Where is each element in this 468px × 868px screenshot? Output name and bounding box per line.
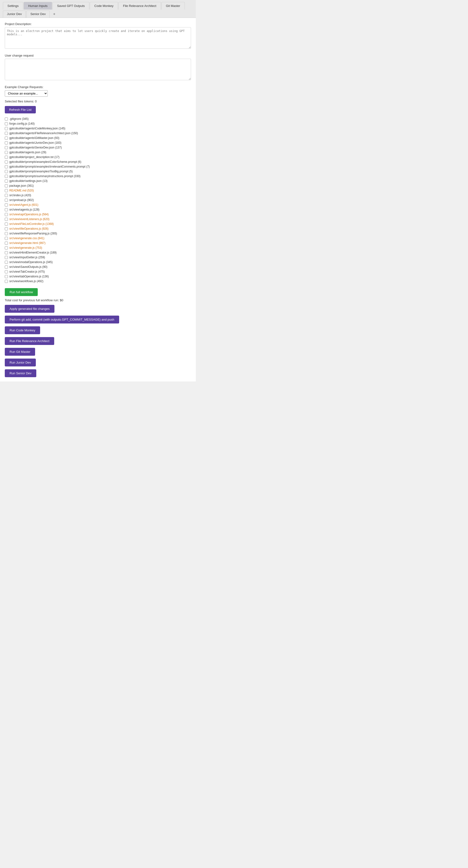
file-checkbox[interactable] — [5, 156, 8, 159]
tab-git-master[interactable]: Git Master — [161, 2, 185, 9]
file-list-item: gptcobuilder\agents\JuniorDev.json (183) — [5, 141, 191, 145]
file-checkbox[interactable] — [5, 127, 8, 130]
file-list-item: src\view\FileListController.js (1368) — [5, 222, 191, 226]
file-checkbox[interactable] — [5, 227, 8, 230]
file-list-item: .gitignore (345) — [5, 117, 191, 121]
file-checkbox[interactable] — [5, 118, 8, 121]
file-name: gptcobuilder\prompts\summaryInstructions… — [9, 174, 81, 178]
file-list-item: gptcobuilder\agents\SeniorDev.json (137) — [5, 145, 191, 150]
file-name: gptcobuilder\prompts\examples\Irrelevant… — [9, 164, 90, 169]
file-checkbox[interactable] — [5, 184, 8, 187]
file-list-item: src\index.js (420) — [5, 193, 191, 197]
file-checkbox[interactable] — [5, 266, 8, 269]
tab-saved-gpt-outputs[interactable]: Saved GPT Outputs — [53, 2, 89, 9]
run-full-workflow-button[interactable]: Run full workflow — [5, 288, 38, 296]
file-name: src\view\agents.js (128) — [9, 208, 39, 212]
file-checkbox[interactable] — [5, 232, 8, 235]
file-checkbox[interactable] — [5, 189, 8, 192]
file-checkbox[interactable] — [5, 208, 8, 211]
tab-code-monkey[interactable]: Code Monkey — [90, 2, 118, 9]
file-name: src\view\apiOperations.js (564) — [9, 212, 49, 217]
tab-add-button[interactable]: + — [50, 10, 58, 18]
file-list-item: src\view\generate.css (841) — [5, 236, 191, 240]
file-checkbox[interactable] — [5, 170, 8, 173]
file-list: .gitignore (345)forge.config.js (140)gpt… — [5, 117, 191, 283]
file-checkbox[interactable] — [5, 175, 8, 178]
file-name: gptcobuilder\prompts\examples\TooBig.pro… — [9, 169, 72, 174]
file-checkbox[interactable] — [5, 132, 8, 135]
file-checkbox[interactable] — [5, 261, 8, 264]
git-push-button[interactable]: Perform git add, commit (with outputs.GP… — [5, 316, 119, 323]
file-list-item: src\view\fileResponseParsing.js (265) — [5, 231, 191, 236]
tab-row2: Junior Dev Senior Dev + — [3, 10, 193, 18]
tab-bar: Settings Human Inputs Saved GPT Outputs … — [0, 0, 196, 18]
file-checkbox[interactable] — [5, 275, 8, 278]
file-checkbox[interactable] — [5, 136, 8, 140]
apply-changes-button[interactable]: Apply generated file changes — [5, 305, 55, 313]
file-checkbox[interactable] — [5, 251, 8, 254]
file-checkbox[interactable] — [5, 213, 8, 216]
tab-senior-dev[interactable]: Senior Dev — [26, 10, 50, 18]
file-checkbox[interactable] — [5, 160, 8, 163]
file-name: src\view\modalOperations.js (345) — [9, 260, 53, 264]
file-name: forge.config.js (140) — [9, 122, 35, 126]
file-checkbox[interactable] — [5, 246, 8, 249]
file-checkbox[interactable] — [5, 180, 8, 183]
run-code-monkey-button[interactable]: Run Code Monkey — [5, 326, 40, 334]
run-junior-dev-button[interactable]: Run Junior Dev — [5, 359, 36, 367]
run-git-master-button[interactable]: Run Git Master — [5, 348, 35, 356]
file-checkbox[interactable] — [5, 198, 8, 202]
file-checkbox[interactable] — [5, 256, 8, 259]
file-name: src\view\workflows.js (492) — [9, 279, 43, 283]
project-description-input[interactable] — [5, 27, 191, 49]
tab-human-inputs[interactable]: Human Inputs — [24, 2, 52, 9]
file-name: src\view\tabOperations.js (136) — [9, 274, 49, 279]
example-label: Example Change Requests: — [5, 85, 191, 89]
file-checkbox[interactable] — [5, 194, 8, 197]
file-name: src\view\generate.js (753) — [9, 246, 42, 250]
file-checkbox[interactable] — [5, 280, 8, 283]
file-checkbox[interactable] — [5, 204, 8, 207]
file-checkbox[interactable] — [5, 165, 8, 168]
file-name: gptcobuilder\settings.json (13) — [9, 179, 48, 183]
file-name: .gitignore (345) — [9, 117, 29, 121]
tab-file-relevance-architect[interactable]: File Relevance Architect — [119, 2, 161, 9]
file-checkbox[interactable] — [5, 141, 8, 145]
file-list-item: src\view\Agent.js (601) — [5, 203, 191, 207]
file-list-item: src\view\generate.js (753) — [5, 246, 191, 250]
run-file-relevance-button[interactable]: Run File Relevance Architect — [5, 337, 54, 345]
file-list-item: src\view\apiOperations.js (564) — [5, 212, 191, 217]
file-checkbox[interactable] — [5, 237, 8, 240]
file-list-item: forge.config.js (140) — [5, 122, 191, 126]
file-checkbox[interactable] — [5, 222, 8, 226]
file-name: src\view\FileListController.js (1368) — [9, 222, 54, 226]
tab-settings[interactable]: Settings — [3, 2, 23, 9]
file-name: src\view\InputGetter.js (259) — [9, 255, 45, 259]
file-list-item: src\preload.js (902) — [5, 198, 191, 202]
file-list-item: gptcobuilder\agents\GitMaster.json (93) — [5, 136, 191, 140]
refresh-file-list-button[interactable]: Refresh File List — [5, 106, 36, 114]
file-checkbox[interactable] — [5, 146, 8, 149]
tab-junior-dev[interactable]: Junior Dev — [3, 10, 26, 18]
file-name: src\view\eventListeners.js (620) — [9, 217, 50, 221]
file-name: gptcobuilder\project_description.txt (17… — [9, 155, 59, 159]
example-select[interactable]: Choose an example... — [5, 90, 48, 97]
file-list-item: src\view\SavedOutputs.js (90) — [5, 265, 191, 269]
file-checkbox[interactable] — [5, 218, 8, 221]
file-checkbox[interactable] — [5, 270, 8, 273]
file-checkbox[interactable] — [5, 122, 8, 125]
run-senior-dev-button[interactable]: Run Senior Dev — [5, 369, 36, 377]
file-name: src\view\Agent.js (601) — [9, 203, 38, 207]
file-checkbox[interactable] — [5, 151, 8, 154]
file-list-item: gptcobuilder\prompts\examples\Irrelevant… — [5, 164, 191, 169]
file-checkbox[interactable] — [5, 242, 8, 245]
file-list-item: gptcobuilder\prompts\summaryInstructions… — [5, 174, 191, 178]
file-name: src\view\fileResponseParsing.js (265) — [9, 231, 57, 236]
file-list-item: gptcobuilder\agents\FileRelevanceArchite… — [5, 131, 191, 135]
file-list-item: README.md (520) — [5, 188, 191, 193]
user-change-input[interactable] — [5, 59, 191, 80]
file-name: src\view\generate.html (997) — [9, 241, 45, 245]
file-name: src\preload.js (902) — [9, 198, 34, 202]
file-name: src\view\generate.css (841) — [9, 236, 44, 240]
file-name: README.md (520) — [9, 188, 34, 193]
